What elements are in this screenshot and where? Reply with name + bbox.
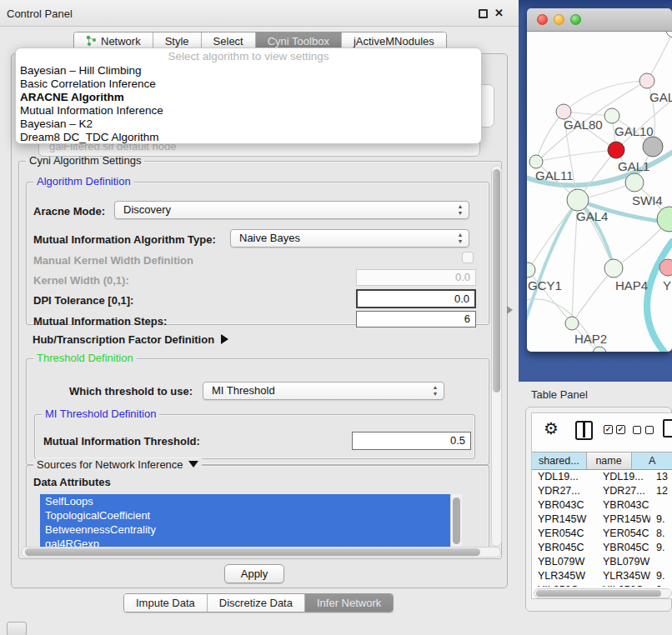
network-canvas[interactable]: GALGAL80GAL10GAL1GAL11SWI4GAL4GCY1HAP4YH… — [527, 32, 672, 352]
zoom-traffic-light-icon[interactable] — [570, 14, 581, 25]
select-all-checkbox-icon[interactable]: ✓ — [604, 425, 613, 434]
apply-button[interactable]: Apply — [224, 564, 284, 583]
table-cell: YPR145W — [597, 512, 650, 527]
settings-horizontal-scrollbar-thumb[interactable] — [25, 548, 480, 556]
table-row[interactable]: YBR043CYBR043C — [532, 498, 672, 512]
aracne-mode-label: Aracne Mode: — [33, 205, 105, 218]
network-edge[interactable] — [572, 268, 614, 323]
table-horizontal-scrollbar[interactable] — [534, 588, 672, 598]
manual-kernel-width-checkbox[interactable] — [462, 252, 474, 263]
mi-threshold-definition-title: MI Threshold Definition — [42, 408, 159, 420]
select-all-checkbox-icon[interactable]: ✓ — [616, 425, 625, 434]
network-node-label: HAP4 — [615, 278, 648, 292]
settings-vertical-scrollbar[interactable] — [491, 165, 502, 547]
table-row[interactable]: YDR27...YDR27...12 — [532, 484, 672, 498]
list-scrollbar[interactable] — [450, 494, 462, 554]
data-attributes-list[interactable]: SelfLoops TopologicalCoefficient Between… — [40, 494, 462, 554]
gear-icon[interactable]: ⚙ — [544, 418, 559, 438]
list-item[interactable]: TopologicalCoefficient — [40, 508, 450, 522]
network-node[interactable] — [608, 142, 624, 158]
list-item[interactable]: BetweennessCentrality — [40, 522, 450, 537]
network-node[interactable] — [527, 262, 535, 278]
table-cell: YBL079W — [532, 555, 597, 569]
network-node[interactable] — [593, 347, 606, 352]
list-item[interactable]: SelfLoops — [40, 494, 450, 508]
mi-steps-field[interactable]: 6 — [356, 311, 476, 328]
table-panel: ⚙ ✓ ✓ shared... name A YDL19...YDL19...1… — [525, 407, 672, 612]
network-node[interactable] — [604, 108, 619, 123]
network-node[interactable] — [659, 259, 672, 276]
manual-kernel-width-label: Manual Kernel Width Definition — [33, 254, 193, 267]
kernel-width-field[interactable]: 0.0 — [356, 269, 476, 286]
network-edge[interactable] — [536, 112, 564, 162]
minimized-panel-icon[interactable] — [7, 622, 27, 635]
network-node[interactable] — [643, 137, 663, 157]
table-row[interactable]: YBR045CYBR045C9. — [532, 541, 672, 555]
tab-select-label: Select — [213, 35, 243, 48]
aracne-mode-combobox[interactable]: Discovery ▲▼ — [114, 201, 469, 219]
table-panel-title: Table Panel — [531, 388, 588, 401]
network-view-window[interactable]: GALGAL80GAL10GAL1GAL11SWI4GAL4GCY1HAP4YH… — [527, 8, 672, 352]
table-row[interactable]: YBL079WYBL079W — [532, 555, 672, 569]
column-layout-icon[interactable] — [575, 421, 593, 440]
tab-infer-network[interactable]: Infer Network — [305, 594, 393, 612]
deselect-all-checkbox-icon[interactable] — [645, 426, 654, 434]
network-edge[interactable] — [528, 200, 578, 270]
network-node[interactable] — [529, 155, 543, 168]
table-cell: 9 — [650, 583, 672, 587]
network-node[interactable] — [657, 207, 672, 232]
tab-discretize-data[interactable]: Discretize Data — [208, 594, 305, 612]
aracne-mode-value: Discovery — [123, 203, 171, 216]
column-header-partial[interactable]: A — [632, 452, 672, 470]
network-edge[interactable] — [647, 242, 672, 352]
algorithm-option-selected[interactable]: ARACNE Algorithm — [16, 91, 481, 104]
table-row[interactable]: YPR145WYPR145W9. — [532, 512, 672, 527]
network-window-titlebar[interactable] — [527, 8, 672, 32]
table-cell: YPR145W — [532, 512, 597, 527]
float-panel-icon[interactable] — [479, 9, 488, 18]
algorithm-option[interactable]: Bayesian – Hill Climbing — [16, 64, 481, 78]
algorithm-option[interactable]: Dream8 DC_TDC Algorithm — [16, 131, 481, 144]
table-cell: 9. — [650, 541, 672, 555]
table-row[interactable]: YLR345WYLR345W9. — [532, 569, 672, 583]
list-scrollbar-thumb[interactable] — [453, 498, 460, 544]
tab-impute-data[interactable]: Impute Data — [124, 594, 208, 612]
algorithm-option[interactable]: Mutual Information Inference — [16, 104, 481, 118]
network-node[interactable] — [565, 317, 579, 330]
table-row[interactable]: YIL052CYIL052C9 — [532, 583, 672, 587]
network-node[interactable] — [666, 32, 672, 38]
network-node[interactable] — [625, 173, 644, 192]
settings-horizontal-scrollbar[interactable] — [21, 547, 501, 558]
splitpane-collapse-arrow[interactable] — [507, 306, 513, 314]
data-attributes-label: Data Attributes — [33, 476, 111, 488]
algorithm-option[interactable]: Basic Correlation Inference — [16, 78, 481, 91]
mi-algorithm-type-combobox[interactable]: Naive Bayes ▲▼ — [230, 229, 469, 248]
deselect-all-checkbox-icon[interactable] — [633, 426, 641, 434]
table-row[interactable]: YDL19...YDL19...13 — [532, 470, 672, 484]
network-node-label: GAL4 — [576, 209, 608, 223]
network-node-label: GAL10 — [614, 124, 654, 138]
network-node[interactable] — [567, 189, 589, 211]
network-node[interactable] — [604, 259, 623, 278]
algorithm-option[interactable]: Bayesian – K2 — [16, 118, 481, 131]
network-node[interactable] — [639, 73, 654, 88]
mi-threshold-field[interactable]: 0.5 — [352, 432, 471, 450]
table-header: shared... name A — [532, 452, 672, 470]
dpi-tolerance-field[interactable]: 0.0 — [356, 289, 476, 308]
table-cell: YIL052C — [597, 583, 650, 587]
table-row[interactable]: YER054CYER054C8. — [532, 527, 672, 541]
column-header-name[interactable]: name — [587, 452, 632, 470]
document-icon[interactable] — [663, 419, 672, 438]
minimize-traffic-light-icon[interactable] — [554, 14, 564, 25]
hub-transcription-factor-toggle[interactable]: Hub/Transcription Factor Definition — [33, 333, 228, 346]
sources-group: Sources for Network Inference Data Attri… — [26, 465, 489, 557]
table-cell: YIL052C — [532, 583, 597, 587]
which-threshold-combobox[interactable]: MI Threshold ▲▼ — [203, 382, 444, 400]
settings-vertical-scrollbar-thumb[interactable] — [493, 169, 500, 392]
sources-title[interactable]: Sources for Network Inference — [33, 458, 202, 471]
close-traffic-light-icon[interactable] — [537, 14, 548, 25]
close-icon[interactable]: ✕ — [494, 7, 504, 19]
network-edge[interactable] — [647, 33, 672, 81]
table-horizontal-scrollbar-thumb[interactable] — [536, 590, 661, 597]
column-header-shared-name[interactable]: shared... — [532, 452, 587, 470]
